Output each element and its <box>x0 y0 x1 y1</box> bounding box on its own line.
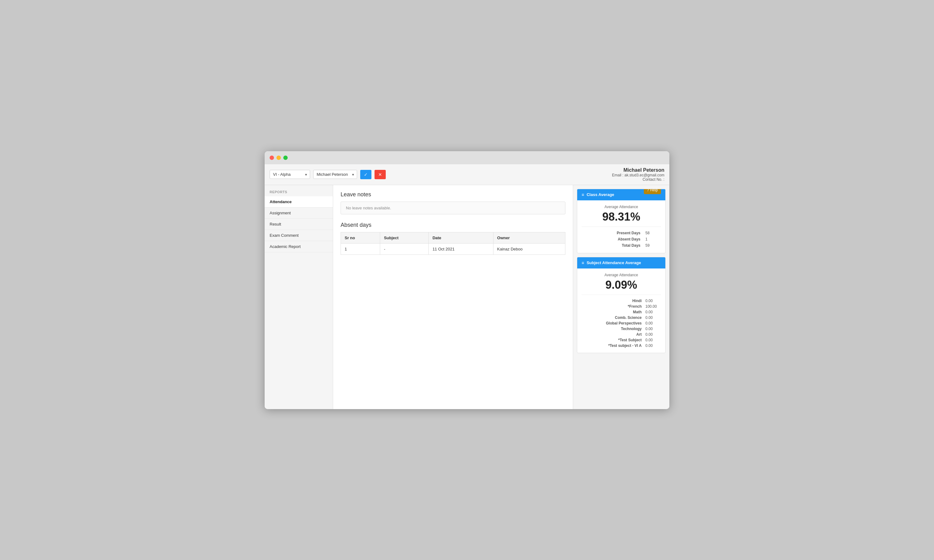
subject-value: 0.00 <box>646 298 661 303</box>
subject-row: *Test subject - VI A0.00 <box>581 343 661 348</box>
titlebar <box>265 151 669 164</box>
close-dot[interactable] <box>270 155 274 160</box>
class-avg-value: 98.31% <box>581 210 661 223</box>
subject-name: Technology <box>581 327 646 331</box>
subject-name: *French <box>581 304 646 309</box>
subject-row: Hindi0.00 <box>581 298 661 304</box>
subject-name: *Test subject - VI A <box>581 343 646 348</box>
sidebar: REPORTS Attendance Assignment Result Exa… <box>265 185 333 409</box>
subject-name: Art <box>581 332 646 337</box>
table-row: 1-11 Oct 2021Kainaz Deboo <box>341 243 566 254</box>
subject-value: 0.00 <box>646 321 661 325</box>
confirm-button[interactable]: ✓ <box>360 170 371 179</box>
subject-value: 0.00 <box>646 338 661 342</box>
user-contact: Contact No. : <box>612 177 664 182</box>
subject-attendance-card: ≡ Subject Attendance Average Average Att… <box>577 257 666 353</box>
student-select-wrapper[interactable]: Michael Peterson John Doe ▼ <box>313 170 357 179</box>
subject-row: Art0.00 <box>581 332 661 337</box>
class-avg-label: Average Attendance <box>581 205 661 209</box>
sidebar-item-academic-report[interactable]: Academic Report <box>265 241 333 252</box>
class-avg-title: Class Average <box>587 192 614 197</box>
present-days-row: Present Days 58 <box>581 230 661 236</box>
maximize-dot[interactable] <box>283 155 288 160</box>
absent-days-value: 1 <box>646 237 661 242</box>
leave-notes-title: Leave notes <box>341 191 566 198</box>
subject-avg-value: 9.09% <box>581 278 661 292</box>
subject-name: Math <box>581 310 646 314</box>
cell-date: 11 Oct 2021 <box>429 243 493 254</box>
user-info: Michael Peterson Email : ak.stud3.ec@gma… <box>612 168 664 182</box>
cell-subject: - <box>380 243 429 254</box>
subject-row: *French100.00 <box>581 304 661 309</box>
right-panel: ≡ Class Average ? Help Average Attendanc… <box>573 185 669 409</box>
leave-notes-box: No leave notes available. <box>341 202 566 214</box>
total-days-row: Total Days 59 <box>581 242 661 249</box>
col-subject: Subject <box>380 232 429 243</box>
main-content: REPORTS Attendance Assignment Result Exa… <box>265 185 669 409</box>
subject-value: 0.00 <box>646 310 661 314</box>
subject-row: Comb. Science0.00 <box>581 315 661 320</box>
student-select[interactable]: Michael Peterson John Doe <box>313 170 357 179</box>
subject-value: 100.00 <box>646 304 661 309</box>
leave-notes-empty: No leave notes available. <box>346 206 391 210</box>
cell-owner: Kainaz Deboo <box>493 243 565 254</box>
sidebar-item-result[interactable]: Result <box>265 219 333 230</box>
email-value: ak.stud3.ec@gmail.com <box>624 173 664 177</box>
subject-value: 0.00 <box>646 315 661 320</box>
subject-name: Comb. Science <box>581 315 646 320</box>
total-days-value: 59 <box>646 243 661 248</box>
col-date: Date <box>429 232 493 243</box>
subject-value: 0.00 <box>646 343 661 348</box>
toolbar: VI - Alpha VI - Beta VII - Alpha ▼ Micha… <box>265 164 669 185</box>
class-average-card: ≡ Class Average ? Help Average Attendanc… <box>577 189 666 253</box>
cancel-button[interactable]: ✕ <box>375 170 386 179</box>
subject-row: Math0.00 <box>581 309 661 315</box>
subject-stats-table: Hindi0.00*French100.00Math0.00Comb. Scie… <box>581 295 661 348</box>
subject-value: 0.00 <box>646 327 661 331</box>
absent-days-table: Sr no Subject Date Owner 1-11 Oct 2021Ka… <box>341 232 566 255</box>
cell-sr: 1 <box>341 243 380 254</box>
content-area: Leave notes No leave notes available. Ab… <box>333 185 573 409</box>
subject-name: Global Perspectives <box>581 321 646 325</box>
help-icon: ? <box>647 189 649 192</box>
subject-attendance-body: Average Attendance 9.09% Hindi0.00*Frenc… <box>577 268 665 353</box>
present-days-label: Present Days <box>581 231 640 235</box>
subject-row: Global Perspectives0.00 <box>581 320 661 326</box>
absent-days-title: Absent days <box>341 222 566 228</box>
absent-days-label: Absent Days <box>581 237 640 242</box>
help-button[interactable]: ? Help <box>644 189 661 194</box>
subject-avg-label: Average Attendance <box>581 273 661 277</box>
class-avg-icon: ≡ <box>581 192 584 197</box>
sidebar-item-attendance[interactable]: Attendance <box>265 196 333 208</box>
col-owner: Owner <box>493 232 565 243</box>
present-days-value: 58 <box>646 231 661 235</box>
user-email: Email : ak.stud3.ec@gmail.com <box>612 173 664 177</box>
minimize-dot[interactable] <box>276 155 281 160</box>
subject-row: *Test Subject0.00 <box>581 337 661 343</box>
sidebar-section-label: REPORTS <box>265 190 333 196</box>
sidebar-item-exam-comment[interactable]: Exam Comment <box>265 230 333 241</box>
class-select[interactable]: VI - Alpha VI - Beta VII - Alpha <box>270 170 310 179</box>
class-stats-table: Present Days 58 Absent Days 1 Total Days… <box>581 226 661 249</box>
subject-name: Hindi <box>581 298 646 303</box>
subject-name: *Test Subject <box>581 338 646 342</box>
subject-value: 0.00 <box>646 332 661 337</box>
total-days-label: Total Days <box>581 243 640 248</box>
class-select-wrapper[interactable]: VI - Alpha VI - Beta VII - Alpha ▼ <box>270 170 310 179</box>
help-label: Help <box>650 189 658 192</box>
col-srno: Sr no <box>341 232 380 243</box>
user-name: Michael Peterson <box>612 168 664 173</box>
app-window: VI - Alpha VI - Beta VII - Alpha ▼ Micha… <box>265 151 669 409</box>
sidebar-item-assignment[interactable]: Assignment <box>265 208 333 219</box>
absent-days-row: Absent Days 1 <box>581 236 661 242</box>
subject-attendance-header: ≡ Subject Attendance Average <box>577 257 665 268</box>
subject-row: Technology0.00 <box>581 326 661 332</box>
contact-label: Contact No. : <box>643 177 664 182</box>
subject-avg-icon: ≡ <box>581 260 584 265</box>
subject-avg-title: Subject Attendance Average <box>587 260 641 265</box>
email-label: Email : <box>612 173 624 177</box>
class-average-body: ? Help Average Attendance 98.31% Present… <box>577 200 665 253</box>
